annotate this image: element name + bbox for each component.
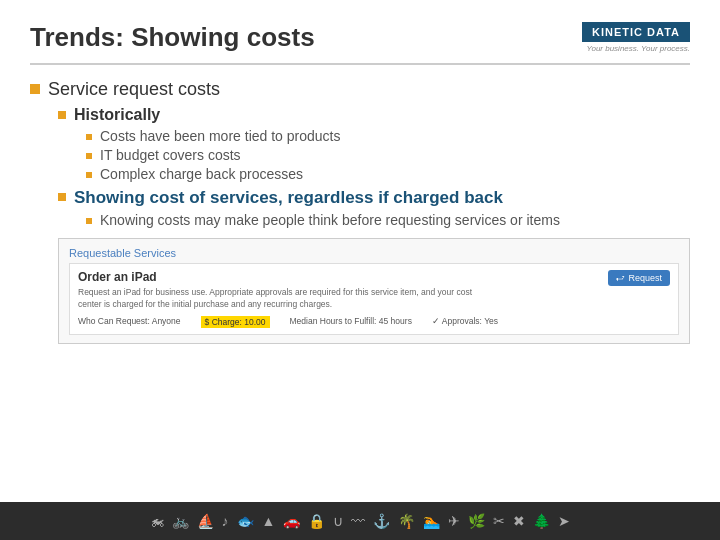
screenshot-mockup: Requestable Services Order an iPad Reque… <box>58 238 690 344</box>
logo-tagline: Your business. Your process. <box>587 44 690 53</box>
bullet-text-l2-showing-cost: Showing cost of services, regardless if … <box>74 188 503 208</box>
screenshot-inner: Order an iPad Request an iPad for busine… <box>69 263 679 335</box>
bullet-l1-service-request: Service request costs <box>30 79 690 100</box>
icon-triangle: ▲ <box>262 513 276 529</box>
slide: Trends: Showing costs KINETIC DATA Your … <box>0 0 720 540</box>
bullet-text-l2-historically: Historically <box>74 106 160 124</box>
bullet-text-l3-complex: Complex charge back processes <box>100 166 303 182</box>
bullet-marker-l2-showing-cost <box>58 193 66 201</box>
request-icon: ⮐ <box>616 273 625 283</box>
bullet-marker-l3-it-budget <box>86 153 92 159</box>
bullet-marker-l3-complex <box>86 172 92 178</box>
icon-arrow: ➤ <box>558 513 570 529</box>
bullet-text-l3-knowing: Knowing costs may make people think befo… <box>100 212 560 228</box>
screenshot-item-title: Order an iPad <box>78 270 670 284</box>
screenshot-section-label: Requestable Services <box>69 247 679 259</box>
icon-fish: 🐟 <box>237 513 254 529</box>
bottom-icon-bar: 🏍 🚲 ⛵ ♪ 🐟 ▲ 🚗 🔒 ∪ 〰 ⚓ 🌴 🏊 ✈ 🌿 ✂ ✖ 🌲 ➤ <box>0 502 720 540</box>
bullet-l3-costs: Costs have been more tied to products <box>86 128 690 144</box>
icon-sailboat: ⛵ <box>197 513 214 529</box>
icon-plane: ✈ <box>448 513 460 529</box>
cost-badge: $ Charge: 10.00 <box>201 316 270 328</box>
request-label: Request <box>628 273 662 283</box>
icon-lock: 🔒 <box>308 513 325 529</box>
approvals-text: ✓ Approvals: Yes <box>432 316 498 328</box>
icon-u-shape: ∪ <box>333 513 343 529</box>
icon-swim: 🏊 <box>423 513 440 529</box>
who-can-request: Who Can Request: Anyone <box>78 316 181 328</box>
bullet-l2-historically: Historically <box>58 106 690 124</box>
bullet-marker-l3-knowing <box>86 218 92 224</box>
bullet-marker-l2-historically <box>58 111 66 119</box>
bullet-text-l3-it-budget: IT budget covers costs <box>100 147 241 163</box>
icon-music: ♪ <box>222 513 229 529</box>
bullet-text-l1: Service request costs <box>48 79 220 100</box>
header: Trends: Showing costs KINETIC DATA Your … <box>0 0 720 63</box>
icon-motorcycle: 🏍 <box>150 513 164 529</box>
logo: KINETIC DATA Your business. Your process… <box>582 22 690 53</box>
bullet-text-l3-costs: Costs have been more tied to products <box>100 128 340 144</box>
median-hours: Median Hours to Fulfill: 45 hours <box>290 316 412 328</box>
bullet-marker-l3-costs <box>86 134 92 140</box>
icon-scissors: ✂ <box>493 513 505 529</box>
logo-brand: KINETIC DATA <box>582 22 690 42</box>
icon-leaf: 🌿 <box>468 513 485 529</box>
icon-anchor: ⚓ <box>373 513 390 529</box>
content-area: Service request costs Historically Costs… <box>0 79 720 228</box>
icon-car: 🚗 <box>283 513 300 529</box>
icon-wave: 〰 <box>351 513 365 529</box>
bullet-l2-showing-cost: Showing cost of services, regardless if … <box>58 188 690 208</box>
screenshot-footer: Who Can Request: Anyone $ Charge: 10.00 … <box>78 316 670 328</box>
request-button[interactable]: ⮐ Request <box>608 270 670 286</box>
icon-bicycle: 🚲 <box>172 513 189 529</box>
icon-tree: 🌲 <box>533 513 550 529</box>
bullet-l3-it-budget: IT budget covers costs <box>86 147 690 163</box>
screenshot-description: Request an iPad for business use. Approp… <box>78 287 478 311</box>
bullet-l3-knowing: Knowing costs may make people think befo… <box>86 212 690 228</box>
icon-palm: 🌴 <box>398 513 415 529</box>
header-divider <box>30 63 690 65</box>
icon-cross: ✖ <box>513 513 525 529</box>
bullet-marker-l1 <box>30 84 40 94</box>
bullet-l3-complex: Complex charge back processes <box>86 166 690 182</box>
page-title: Trends: Showing costs <box>30 22 315 53</box>
